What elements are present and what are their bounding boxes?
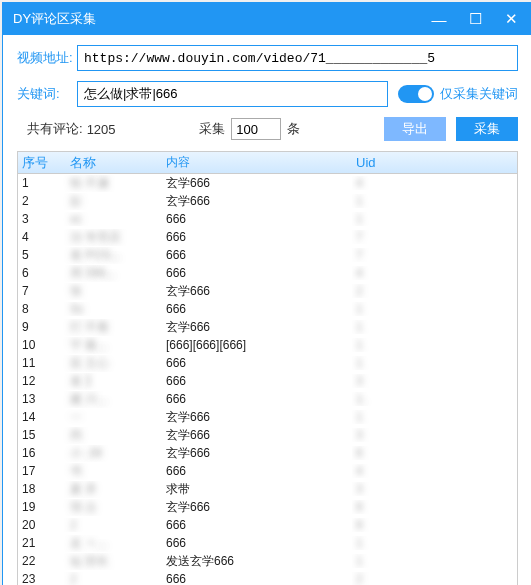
cell-content: 666: [162, 356, 352, 370]
table-row[interactable]: 16小 .39玄学6666: [18, 444, 517, 462]
cell-content: 玄学666: [162, 445, 352, 462]
table-row[interactable]: 19强 合 玄学6668: [18, 498, 517, 516]
cell-content: 666: [162, 518, 352, 532]
table-row[interactable]: 7张 玄学6662: [18, 282, 517, 300]
results-table: 序号 名称 内容 Uid 1怪 不谦玄学6664 2彭 玄学6661 3xc 6…: [17, 151, 518, 585]
video-url-input[interactable]: [77, 45, 518, 71]
collect-button[interactable]: 采集: [456, 117, 518, 141]
cell-seq: 21: [18, 536, 62, 550]
app-window: DY评论区采集 — ☐ ✕ 视频地址: 关键词: 仅采集关键词 共有评论:: [2, 2, 531, 585]
cell-uid: 8: [352, 518, 517, 532]
col-header-name[interactable]: 名称: [62, 154, 162, 172]
cell-name: 建 川...: [62, 391, 162, 408]
collect-count-unit: 条: [287, 120, 300, 138]
export-button[interactable]: 导出: [384, 117, 446, 141]
table-row[interactable]: 5老 POS...6667: [18, 246, 517, 264]
minimize-button[interactable]: —: [422, 5, 456, 33]
cell-seq: 23: [18, 572, 62, 585]
cell-seq: 6: [18, 266, 62, 280]
collect-count-label: 采集: [199, 120, 225, 138]
cell-uid: 4: [352, 464, 517, 478]
table-row[interactable]: 13建 川...6661.: [18, 390, 517, 408]
cell-name: 张: [62, 283, 162, 300]
cell-name: 走 々...: [62, 535, 162, 552]
cell-name: 用 396...: [62, 265, 162, 282]
only-keyword-wrap: 仅采集关键词: [398, 85, 518, 103]
maximize-button[interactable]: ☐: [458, 5, 492, 33]
cell-name: 书: [62, 463, 162, 480]
table-row[interactable]: 15四 玄学6663: [18, 426, 517, 444]
table-row[interactable]: 17书 6664: [18, 462, 517, 480]
cell-uid: 1: [352, 338, 517, 352]
cell-seq: 20: [18, 518, 62, 532]
cell-name: 夏 录: [62, 481, 162, 498]
col-header-seq[interactable]: 序号: [18, 154, 62, 172]
titlebar[interactable]: DY评论区采集 — ☐ ✕: [3, 3, 531, 35]
cell-content: [666][666][666]: [162, 338, 352, 352]
col-header-content[interactable]: 内容: [162, 154, 352, 171]
collect-count-group: 采集 条: [199, 118, 300, 140]
table-row[interactable]: 14一 玄学6661: [18, 408, 517, 426]
cell-seq: 3: [18, 212, 62, 226]
cell-seq: 15: [18, 428, 62, 442]
cell-name: 宇 最...: [62, 337, 162, 354]
table-row[interactable]: 10宇 最...[666][666][666]1: [18, 336, 517, 354]
table-row[interactable]: 202 6668: [18, 516, 517, 534]
cell-uid: 1: [352, 554, 517, 568]
table-row[interactable]: 9打 不着玄学6661: [18, 318, 517, 336]
table-row[interactable]: 6用 396...6664: [18, 264, 517, 282]
cell-content: 666: [162, 374, 352, 388]
keyword-input[interactable]: [77, 81, 388, 107]
table-row[interactable]: 18夏 录 求带3: [18, 480, 517, 498]
cell-uid: 1: [352, 410, 517, 424]
col-header-uid[interactable]: Uid: [352, 155, 517, 170]
cell-seq: 13: [18, 392, 62, 406]
cell-uid: 3: [352, 482, 517, 496]
cell-seq: 11: [18, 356, 62, 370]
cell-uid: 3: [352, 374, 517, 388]
table-row[interactable]: 2彭 玄学6661: [18, 192, 517, 210]
table-row[interactable]: 12老 】 6663: [18, 372, 517, 390]
cell-name: 小 .39: [62, 445, 162, 462]
cell-uid: 1: [352, 536, 517, 550]
cell-name: 打 不着: [62, 319, 162, 336]
total-comments: 共有评论: 1205: [17, 120, 116, 138]
table-row[interactable]: 8Sc 6661: [18, 300, 517, 318]
cell-uid: 2: [352, 572, 517, 585]
close-button[interactable]: ✕: [494, 5, 528, 33]
cell-name: 老 】: [62, 373, 162, 390]
cell-name: 泊 专营店: [62, 229, 162, 246]
table-row[interactable]: 22短 部长发送玄学6661: [18, 552, 517, 570]
cell-uid: 4: [352, 176, 517, 190]
table-row[interactable]: 4泊 专营店6667: [18, 228, 517, 246]
window-title: DY评论区采集: [13, 10, 96, 28]
cell-uid: 1.: [352, 392, 517, 406]
content-area: 视频地址: 关键词: 仅采集关键词 共有评论: 1205 采集 条: [3, 35, 531, 585]
cell-content: 玄学666: [162, 319, 352, 336]
cell-uid: 1: [352, 212, 517, 226]
cell-name: 彭: [62, 193, 162, 210]
cell-content: 发送玄学666: [162, 553, 352, 570]
cell-uid: 4: [352, 266, 517, 280]
cell-name: 应 主心: [62, 355, 162, 372]
collect-count-input[interactable]: [231, 118, 281, 140]
cell-seq: 4: [18, 230, 62, 244]
cell-content: 666: [162, 248, 352, 262]
video-url-row: 视频地址:: [17, 45, 518, 71]
keyword-label: 关键词:: [17, 85, 77, 103]
cell-seq: 1: [18, 176, 62, 190]
total-label: 共有评论:: [27, 120, 83, 138]
table-body: 1怪 不谦玄学6664 2彭 玄学6661 3xc 6661 4泊 专营店666…: [18, 174, 517, 585]
cell-content: 玄学666: [162, 193, 352, 210]
only-keyword-toggle[interactable]: [398, 85, 434, 103]
cell-name: 一: [62, 409, 162, 426]
table-row[interactable]: 21走 々...6661: [18, 534, 517, 552]
table-row[interactable]: 1怪 不谦玄学6664: [18, 174, 517, 192]
cell-name: 四: [62, 427, 162, 444]
table-row[interactable]: 232 6662: [18, 570, 517, 585]
cell-uid: 1: [352, 302, 517, 316]
table-row[interactable]: 3xc 6661: [18, 210, 517, 228]
table-row[interactable]: 11应 主心6661: [18, 354, 517, 372]
action-buttons: 导出 采集: [384, 117, 518, 141]
cell-content: 666: [162, 266, 352, 280]
